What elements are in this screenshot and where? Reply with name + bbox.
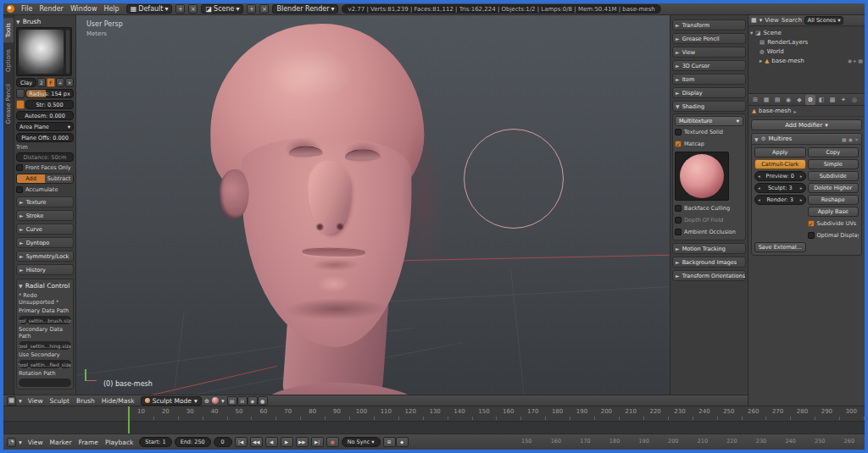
panel-header[interactable]: ► Background Images (672, 257, 746, 268)
panel-header[interactable]: ► Transform Orientations (672, 270, 746, 281)
menu-item[interactable]: Brush (73, 397, 98, 405)
properties-tab-icon[interactable]: ▩ (827, 95, 837, 105)
panel-header[interactable]: ► 3D Cursor (672, 60, 746, 71)
viewport-header-icon[interactable]: ◆ (248, 396, 258, 406)
area-plane-dropdown[interactable]: Area Plane▾ (16, 122, 74, 131)
brush-cursor[interactable] (464, 129, 564, 229)
properties-tab-icon[interactable]: ◆ (794, 95, 804, 105)
use-secondary-field[interactable]: tool_settin...fied_size (19, 360, 71, 368)
brush-panel-header[interactable]: ▼ Brush (16, 17, 74, 26)
render-level-stepper[interactable]: ◂Render: 3▸ (754, 195, 806, 205)
render-engine-selector[interactable]: Blender Render ▾ (272, 4, 338, 14)
panel-header[interactable]: ► Symmetry/Lock (16, 251, 74, 262)
menu-item[interactable]: File (18, 5, 36, 13)
timeline-ruler[interactable]: 1020304050607080901001101201301401501601… (129, 407, 865, 417)
properties-tab-icon[interactable]: ◉ (783, 95, 793, 105)
save-external-button[interactable]: Save External... (754, 242, 806, 252)
current-frame-playhead[interactable] (128, 406, 130, 434)
textured-solid-checkbox[interactable] (675, 129, 682, 135)
properties-tab-icon[interactable]: ✦ (838, 95, 849, 105)
disclosure-icon[interactable]: ▾ (750, 30, 753, 36)
end-frame-field[interactable]: End: 250 (175, 437, 211, 447)
brush-name-field[interactable]: Clay (16, 78, 36, 87)
apply-base-button[interactable]: Apply Base (808, 207, 860, 217)
screen-layout-selector[interactable]: ▦ Default ▾ (126, 4, 173, 14)
play-button[interactable]: ▶ (281, 437, 293, 447)
editor-type-icon[interactable]: ▦ (7, 396, 16, 406)
brush-preview[interactable] (16, 27, 72, 76)
timeline[interactable]: 1020304050607080901001101201301401501601… (3, 406, 865, 434)
panel-header[interactable]: ► Texture (16, 196, 74, 207)
editor-type-icon[interactable]: ◔ (7, 438, 16, 447)
properties-tab-icon[interactable]: ◧ (816, 95, 826, 105)
panel-header[interactable]: ► Dyntopo (16, 237, 74, 248)
shading-mode-dropdown[interactable]: Multitexture ▾ (675, 116, 743, 126)
pivot-icon[interactable]: ⊕ (204, 397, 209, 405)
outliner-filter-dropdown[interactable]: All Scenes ▾ (804, 16, 844, 25)
delete-layout-button[interactable]: × (188, 4, 198, 14)
panel-header[interactable]: ► Curve (16, 224, 74, 235)
preview-level-stepper[interactable]: ◂Preview: 0▸ (754, 171, 806, 181)
copy-button[interactable]: Copy (808, 147, 860, 157)
menu-item[interactable]: Marker (47, 439, 75, 446)
menu-item[interactable]: Render (36, 5, 66, 13)
viewport-header-icon[interactable]: ⊞ (237, 396, 248, 406)
scene-selector[interactable]: ◪ Scene ▾ (201, 4, 243, 14)
viewport-header-icon[interactable]: ● (258, 396, 268, 406)
menu-item[interactable]: Help (100, 5, 122, 13)
menu-item[interactable]: Hide/Mask (98, 397, 138, 405)
outliner-item-world[interactable]: ◍ World (760, 47, 863, 56)
add-button[interactable]: Add (17, 174, 45, 183)
record-button[interactable]: ● (326, 437, 339, 447)
outliner-item-renderlayers[interactable]: ▤ RenderLayers (760, 37, 863, 47)
menu-item[interactable]: View (25, 439, 47, 446)
jump-to-end-button[interactable]: ▶| (311, 437, 324, 447)
reshape-button[interactable]: Reshape (808, 195, 860, 205)
subdivide-uvs-checkbox[interactable]: ✓ (808, 220, 815, 227)
properties-tab-icon[interactable]: ◎ (849, 95, 860, 105)
radial-control-header[interactable]: ▼ Radial Control (19, 281, 71, 290)
menu-item[interactable]: Sculpt (47, 397, 73, 405)
viewport-visibility-icon[interactable]: ◉ (849, 136, 853, 142)
delete-modifier-icon[interactable]: × (854, 136, 859, 142)
keying-icon[interactable]: ⊞ (383, 437, 396, 447)
catmull-clark-button[interactable]: Catmull-Clark (754, 159, 806, 169)
simple-button[interactable]: Simple (808, 159, 860, 169)
play-reverse-button[interactable]: ◀ (265, 437, 278, 447)
previous-keyframe-button[interactable]: ◀◀ (250, 437, 263, 447)
menu-item[interactable]: View (25, 397, 47, 405)
plane-offset-slider[interactable]: Plane Offs: 0.000 (16, 133, 74, 142)
restrict-icon[interactable]: ◉ (848, 58, 852, 64)
optimal-display-checkbox[interactable] (808, 232, 815, 239)
outliner-menu-search[interactable]: Search (782, 17, 802, 24)
add-layout-button[interactable]: + (175, 4, 185, 14)
outliner-item-scene[interactable]: ▾ ◪ Scene (750, 28, 863, 37)
next-keyframe-button[interactable]: ▶▶ (296, 437, 309, 447)
jump-to-start-button[interactable]: |◀ (235, 437, 248, 447)
subdivide-button[interactable]: Subdivide (808, 171, 860, 181)
keying-icon[interactable]: ◆ (396, 437, 409, 447)
render-visibility-icon[interactable]: ▦ (842, 136, 847, 142)
menu-item[interactable]: Playback (102, 439, 136, 446)
add-brush-button[interactable]: + (56, 78, 64, 87)
accumulate-checkbox[interactable] (16, 186, 23, 193)
backface-culling-checkbox[interactable] (675, 205, 682, 212)
viewport-shading-icon[interactable] (212, 397, 219, 404)
primary-path-field[interactable]: tool_settin...brush.size (19, 316, 71, 324)
modifier-header[interactable]: ▼ ⚙ Multires ▦ ◉ × (752, 134, 861, 145)
unlink-brush-button[interactable]: × (65, 78, 74, 87)
timeline-track-band[interactable] (3, 421, 865, 434)
mode-dropdown[interactable]: Sculpt Mode ▾ (141, 396, 202, 406)
subtract-button[interactable]: Subtract (45, 174, 73, 183)
strength-slider[interactable]: Str: 0.500 (25, 100, 74, 109)
panel-header[interactable]: ► View (672, 47, 746, 58)
properties-tab-icon[interactable]: ▦ (761, 95, 771, 105)
start-frame-field[interactable]: Start: 1 (139, 437, 171, 447)
ambient-occlusion-checkbox[interactable] (675, 229, 682, 235)
brush-users-count[interactable]: 2 (37, 78, 46, 87)
outliner-item-base-mesh[interactable]: ▸ ▲ base-mesh ◉▸▦ (760, 56, 863, 65)
restrict-icon[interactable]: ▸ (854, 58, 856, 64)
add-scene-button[interactable]: + (247, 4, 256, 14)
properties-tab-icon[interactable]: ⚙ (805, 95, 815, 105)
panel-header[interactable]: ► History (16, 264, 74, 275)
